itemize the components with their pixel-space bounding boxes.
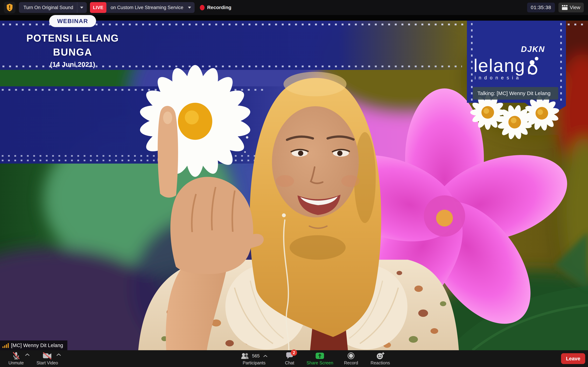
reactions-button[interactable]: Reactions — [371, 350, 390, 367]
meeting-timer-value: 01:35:38 — [531, 5, 551, 10]
reactions-smiley-icon — [376, 352, 384, 360]
webinar-banner-text: WEBINAR POTENSI LELANG BUNGA (14 Juni 20… — [0, 15, 145, 68]
webinar-title-line1: POTENSI LELANG — [0, 32, 145, 44]
view-button[interactable]: View — [558, 3, 584, 12]
recording-indicator: Recording — [200, 5, 231, 10]
webinar-date: (14 Juni 2021) — [0, 61, 145, 68]
active-speaker-text: Talking: [MC] Wenny Dit Lelang — [477, 90, 551, 96]
share-screen-label: Share Screen — [307, 361, 333, 365]
reactions-label: Reactions — [371, 361, 390, 365]
video-options-chevron[interactable] — [57, 353, 61, 357]
brand-logo: DJKN lelang indonesia — [474, 44, 556, 81]
chat-unread-badge: 2 — [291, 350, 297, 356]
participants-icon — [241, 353, 250, 359]
recording-label: Recording — [207, 5, 231, 10]
shield-warning-icon — [6, 3, 13, 12]
record-label: Record — [344, 361, 358, 365]
live-stream-control[interactable]: LIVE on Custom Live Streaming Service — [90, 2, 194, 13]
leave-label: Leave — [566, 356, 580, 362]
start-video-label: Start Video — [36, 361, 58, 365]
chevron-down-icon — [80, 7, 83, 8]
person-figure-icon — [524, 54, 539, 75]
participants-count: 565 — [252, 353, 259, 359]
view-label: View — [570, 5, 580, 10]
audio-level-bars-icon — [2, 343, 9, 348]
webinar-tag: WEBINAR — [49, 15, 96, 27]
security-shield-button[interactable] — [4, 2, 15, 13]
earbud — [282, 213, 286, 217]
chat-button[interactable]: 2 Chat — [285, 350, 294, 367]
meeting-toolbar: Unmute Start Video 565 — [0, 350, 588, 367]
live-badge: LIVE — [90, 2, 106, 13]
chevron-down-icon — [188, 7, 191, 8]
share-screen-icon — [316, 352, 324, 359]
brand-logo-main: lelang — [474, 57, 525, 74]
webinar-title-line2: BUNGA — [0, 46, 145, 58]
meeting-top-bar: Turn On Original Sound LIVE on Custom Li… — [0, 0, 588, 15]
participant-name-tag: [MC] Wenny Dit Lelang — [0, 341, 67, 350]
start-video-button[interactable]: Start Video — [36, 350, 58, 367]
share-screen-button[interactable]: Share Screen — [307, 350, 333, 367]
brand-logo-sub: indonesia — [474, 75, 556, 81]
gallery-view-icon — [562, 5, 568, 10]
participants-label: Participants — [243, 361, 266, 365]
participants-chevron[interactable] — [264, 355, 268, 358]
unmute-label: Unmute — [9, 361, 24, 365]
stream-service-dropdown[interactable] — [185, 2, 195, 13]
record-button[interactable]: Record — [344, 350, 358, 367]
original-sound-dropdown[interactable] — [77, 2, 87, 13]
original-sound-label: Turn On Original Sound — [24, 5, 73, 10]
leave-button[interactable]: Leave — [561, 353, 585, 364]
recording-dot-icon — [200, 5, 205, 10]
active-speaker-label: Talking: [MC] Wenny Dit Lelang — [473, 87, 558, 100]
speaker-video-tile: WEBINAR POTENSI LELANG BUNGA (14 Juni 20… — [0, 15, 588, 350]
participants-button[interactable]: 565 Participants — [241, 350, 267, 367]
audio-options-chevron[interactable] — [25, 353, 29, 357]
meeting-timer: 01:35:38 — [527, 3, 555, 12]
participant-name-text: [MC] Wenny Dit Lelang — [11, 342, 63, 348]
camera-muted-icon — [43, 352, 52, 359]
original-sound-button[interactable]: Turn On Original Sound — [19, 2, 87, 13]
chat-label: Chat — [285, 361, 294, 365]
mic-muted-icon — [12, 352, 20, 360]
brand-logo-top: DJKN — [474, 44, 556, 54]
unmute-button[interactable]: Unmute — [9, 350, 24, 367]
stream-service-label: on Custom Live Streaming Service — [106, 5, 185, 10]
record-icon — [347, 352, 355, 359]
